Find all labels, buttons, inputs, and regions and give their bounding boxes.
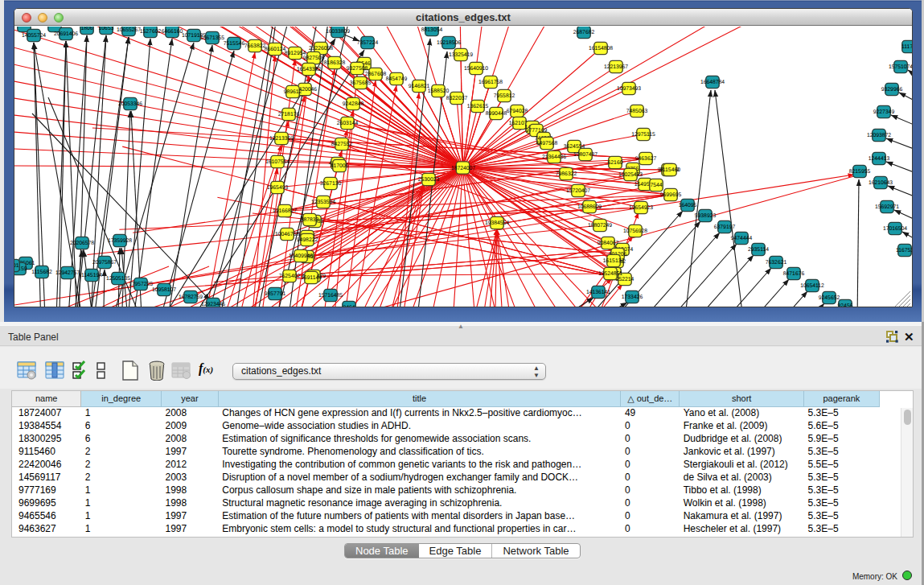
- svg-text:20691406: 20691406: [54, 31, 78, 37]
- svg-text:14136141: 14136141: [586, 290, 610, 295]
- svg-text:8427552: 8427552: [331, 142, 353, 147]
- svg-text:1145194: 1145194: [81, 273, 102, 278]
- svg-text:20206578: 20206578: [70, 241, 94, 246]
- svg-text:21364436: 21364436: [542, 154, 566, 160]
- svg-text:9146821: 9146821: [409, 84, 430, 89]
- svg-text:16033809: 16033809: [326, 29, 350, 35]
- svg-text:19524851: 19524851: [598, 271, 622, 277]
- svg-text:1965493: 1965493: [267, 185, 289, 191]
- svg-text:19218506: 19218506: [437, 40, 461, 46]
- svg-text:15640910: 15640910: [464, 66, 488, 72]
- svg-text:10046768: 10046768: [275, 232, 299, 237]
- svg-text:13325419: 13325419: [449, 52, 473, 58]
- svg-text:12213967: 12213967: [604, 64, 628, 70]
- svg-text:15720407: 15720407: [566, 188, 590, 194]
- svg-text:10653: 10653: [99, 27, 114, 31]
- svg-text:1806: 1806: [80, 27, 92, 31]
- svg-text:16961758: 16961758: [478, 80, 503, 85]
- svg-text:1733426: 1733426: [622, 295, 643, 300]
- svg-text:252214: 252214: [616, 277, 634, 282]
- svg-text:10655267: 10655267: [117, 27, 141, 33]
- svg-text:16782759: 16782759: [179, 295, 203, 300]
- svg-text:8471676: 8471676: [783, 271, 805, 277]
- svg-text:8215955: 8215955: [849, 169, 871, 175]
- svg-text:1244413: 1244413: [869, 156, 890, 162]
- svg-text:5101: 5101: [14, 263, 19, 269]
- svg-text:417006: 417006: [331, 163, 349, 169]
- svg-text:16543382: 16543382: [297, 67, 321, 72]
- svg-text:19166827: 19166827: [273, 208, 297, 214]
- svg-text:23226058: 23226058: [309, 46, 333, 51]
- svg-text:18724007: 18724007: [451, 166, 475, 171]
- svg-text:11174: 11174: [901, 44, 912, 50]
- svg-text:15692971: 15692971: [875, 204, 899, 210]
- svg-text:17016504: 17016504: [883, 226, 907, 232]
- svg-text:1588520: 1588520: [428, 89, 450, 94]
- svg-text:6497568: 6497568: [536, 141, 558, 146]
- svg-text:19384554: 19384554: [485, 220, 509, 226]
- svg-text:9463627: 9463627: [635, 156, 657, 162]
- svg-text:18807249: 18807249: [588, 223, 612, 229]
- svg-text:12942757: 12942757: [55, 270, 80, 276]
- svg-text:164095: 164095: [679, 203, 697, 208]
- svg-text:7955812: 7955812: [494, 93, 515, 99]
- svg-text:1115682: 1115682: [31, 270, 52, 275]
- svg-text:15751074: 15751074: [889, 64, 912, 70]
- svg-text:16671355: 16671355: [200, 35, 224, 41]
- svg-text:12975115: 12975115: [631, 132, 655, 138]
- svg-text:1362615: 1362615: [467, 104, 489, 109]
- svg-text:16210643: 16210643: [869, 180, 893, 186]
- svg-text:12505135: 12505135: [106, 276, 130, 282]
- svg-text:10973493: 10973493: [617, 86, 641, 92]
- svg-text:10807487: 10807487: [573, 152, 598, 158]
- svg-text:2530023: 2530023: [418, 177, 440, 183]
- svg-text:92456: 92456: [838, 303, 853, 307]
- svg-text:9857791: 9857791: [265, 291, 286, 297]
- svg-text:8322037: 8322037: [446, 96, 468, 101]
- svg-text:9115460: 9115460: [659, 167, 680, 173]
- svg-text:5938923: 5938923: [695, 213, 717, 219]
- svg-text:12353594: 12353594: [311, 200, 335, 205]
- svg-text:12923446: 12923446: [201, 302, 225, 307]
- svg-text:7625402: 7625402: [279, 274, 301, 279]
- svg-text:10756928: 10756928: [623, 229, 647, 234]
- svg-text:20975867: 20975867: [92, 260, 117, 266]
- svg-text:9245652: 9245652: [819, 295, 840, 301]
- svg-text:8660124: 8660124: [265, 47, 286, 52]
- svg-text:16648784: 16648784: [700, 80, 725, 85]
- svg-text:17957225: 17957225: [129, 282, 153, 287]
- svg-text:116753: 116753: [896, 248, 912, 253]
- svg-text:12213369: 12213369: [269, 136, 294, 142]
- svg-text:62160: 62160: [608, 160, 623, 166]
- svg-text:7357224: 7357224: [357, 40, 379, 46]
- svg-text:8454749: 8454749: [386, 76, 408, 82]
- svg-text:7485063: 7485063: [626, 109, 648, 114]
- svg-text:9827508: 9827508: [303, 56, 325, 61]
- svg-text:14055724: 14055724: [22, 33, 46, 39]
- svg-text:3675685: 3675685: [350, 80, 372, 86]
- svg-text:20053346: 20053346: [118, 101, 142, 107]
- svg-text:989612: 989612: [284, 89, 302, 95]
- svg-text:2603144: 2603144: [337, 121, 359, 126]
- svg-text:10654112: 10654112: [800, 283, 824, 289]
- svg-text:9474444: 9474444: [731, 236, 753, 241]
- svg-text:2718176: 2718176: [278, 112, 300, 117]
- svg-text:9242848: 9242848: [343, 101, 364, 107]
- svg-text:2687682: 2687682: [573, 30, 595, 35]
- svg-text:7515546: 7515546: [224, 41, 245, 47]
- svg-text:6379197: 6379197: [714, 225, 736, 230]
- svg-text:10688609: 10688609: [577, 204, 602, 210]
- svg-text:8186328: 8186328: [324, 60, 346, 66]
- svg-text:2867608: 2867608: [365, 72, 387, 77]
- svg-text:1615137: 1615137: [603, 258, 625, 264]
- svg-text:2935114: 2935114: [748, 247, 769, 253]
- svg-text:7632621: 7632621: [766, 260, 787, 266]
- svg-text:19654923: 19654923: [629, 205, 653, 211]
- svg-text:9084067: 9084067: [598, 241, 619, 246]
- svg-text:7544: 7544: [650, 183, 662, 188]
- svg-text:17359928: 17359928: [108, 238, 132, 244]
- svg-text:10025433: 10025433: [618, 172, 643, 178]
- svg-text:9327508: 9327508: [347, 66, 368, 72]
- svg-text:16154808: 16154808: [589, 46, 613, 51]
- svg-text:1527602: 1527602: [140, 29, 162, 35]
